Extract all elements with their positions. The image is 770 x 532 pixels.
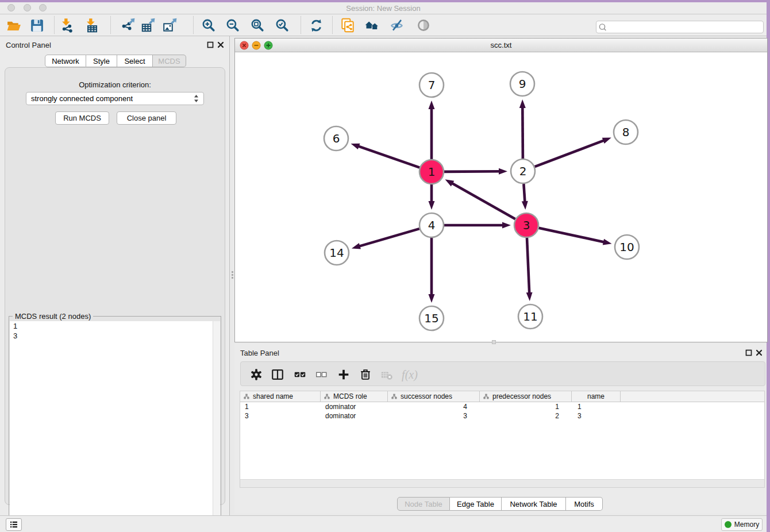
column-type-icon — [324, 394, 330, 399]
close-panel-button[interactable]: Close panel — [117, 111, 176, 125]
delete-columns-button[interactable] — [356, 365, 375, 384]
show-column-button[interactable] — [268, 365, 287, 384]
trash-icon — [359, 368, 372, 381]
column-header-shared-name[interactable]: shared name — [240, 391, 321, 402]
select-all-columns-button[interactable] — [290, 365, 310, 384]
zoom-in-button[interactable] — [199, 16, 218, 35]
table-cell[interactable]: 1 — [572, 402, 621, 411]
tab-node-table[interactable]: Node Table — [397, 497, 450, 511]
edge-arrowhead-1-6 — [351, 144, 360, 149]
graph-node-label-7: 7 — [428, 78, 436, 92]
zoom-out-icon — [225, 18, 241, 33]
import-table-button[interactable] — [82, 16, 102, 35]
tab-edge-table[interactable]: Edge Table — [450, 497, 502, 511]
column-header-predecessor-nodes[interactable]: predecessor nodes — [480, 391, 572, 402]
toolbar-separator — [54, 16, 55, 34]
edge-2-9[interactable] — [522, 106, 523, 159]
first-neighbors-button[interactable] — [362, 16, 382, 35]
export-image-button[interactable] — [160, 16, 180, 35]
graph-node-label-3: 3 — [523, 218, 530, 232]
graph-node-label-14: 14 — [329, 246, 344, 260]
table-cell[interactable]: 4 — [388, 402, 480, 411]
table-horizontal-scrollbar[interactable] — [240, 479, 764, 487]
column-header-MCDS-role[interactable]: MCDS role — [321, 391, 388, 402]
network-resize-handle[interactable] — [492, 340, 496, 344]
table-cell[interactable]: dominator — [321, 411, 388, 421]
table-panel-header: Table Panel — [234, 344, 767, 361]
create-column-button[interactable] — [334, 365, 353, 384]
import-network-icon — [59, 17, 75, 33]
float-table-panel-icon[interactable] — [745, 349, 753, 357]
close-panel-icon[interactable] — [217, 41, 225, 49]
unselect-all-columns-button[interactable] — [311, 365, 331, 384]
cytoscape-window: Session: New Session — [0, 2, 767, 532]
network-canvas[interactable]: 7968124314101511 — [236, 53, 767, 342]
export-network-button[interactable] — [118, 16, 138, 35]
delete-table-button[interactable] — [377, 365, 396, 384]
edge-arrowhead-3-11 — [526, 292, 533, 301]
optimization-criterion-select[interactable]: strongly connected component — [26, 92, 204, 105]
edge-3-1[interactable] — [451, 183, 515, 219]
tab-select[interactable]: Select — [117, 55, 153, 67]
edge-1-6[interactable] — [357, 146, 419, 168]
edge-4-14[interactable] — [358, 229, 419, 246]
table-row[interactable]: 3dominator323 — [240, 411, 764, 421]
zoom-selected-button[interactable] — [272, 16, 292, 35]
run-mcds-button[interactable]: Run MCDS — [55, 111, 109, 125]
optimization-criterion-label: Optimization criterion: — [5, 80, 225, 89]
table-cell[interactable]: 1 — [480, 402, 572, 411]
table-cell[interactable]: 3 — [240, 411, 321, 421]
save-floppy-icon — [29, 18, 45, 33]
panel-splitter-handle[interactable] — [230, 269, 234, 280]
unchecked-boxes-icon — [314, 368, 328, 381]
function-builder-button[interactable]: f(x) — [400, 365, 419, 384]
float-panel-icon[interactable] — [206, 41, 214, 49]
search-input[interactable] — [609, 22, 763, 32]
export-table-button[interactable] — [138, 16, 158, 35]
edge-2-8[interactable] — [535, 140, 605, 167]
column-header-name[interactable]: name — [572, 391, 621, 402]
table-cell[interactable]: 3 — [388, 411, 480, 421]
edge-3-11[interactable] — [527, 238, 529, 294]
import-network-button[interactable] — [57, 16, 77, 35]
tab-style[interactable]: Style — [86, 55, 117, 67]
tab-network-table[interactable]: Network Table — [502, 497, 566, 511]
edge-arrowhead-2-3 — [522, 201, 528, 210]
save-session-button[interactable] — [27, 16, 47, 35]
gear-icon — [249, 368, 263, 381]
column-header-successor-nodes[interactable]: successor nodes — [388, 391, 480, 402]
table-cell[interactable]: dominator — [321, 402, 388, 411]
selected-criterion: strongly connected component — [31, 94, 194, 103]
mcds-result-scrollbar[interactable] — [213, 321, 220, 532]
zoom-out-button[interactable] — [223, 16, 242, 35]
refresh-view-button[interactable] — [306, 16, 326, 35]
network-window-titlebar[interactable]: scc.txt — [235, 38, 767, 52]
mcds-result-textarea[interactable]: 13 — [10, 321, 220, 532]
close-table-panel-icon[interactable] — [755, 349, 763, 357]
table-cell[interactable]: 3 — [572, 411, 621, 421]
edge-1-2[interactable] — [444, 171, 500, 172]
edge-2-3[interactable] — [523, 184, 525, 203]
plus-icon — [337, 368, 351, 381]
zoom-fit-icon — [250, 18, 265, 33]
search-field[interactable] — [596, 21, 764, 33]
clone-network-button[interactable] — [338, 16, 357, 35]
edge-arrowhead-1-4 — [429, 201, 435, 210]
table-row[interactable]: 1dominator411 — [240, 402, 764, 411]
show-all-button[interactable] — [414, 16, 433, 35]
zoom-fit-button[interactable] — [248, 16, 267, 35]
open-session-button[interactable] — [4, 16, 24, 35]
network-graph[interactable]: 7968124314101511 — [236, 53, 767, 342]
table-cell[interactable]: 1 — [240, 402, 321, 411]
gray-eye-icon — [415, 17, 432, 33]
hide-selected-button[interactable] — [387, 16, 407, 35]
tab-network[interactable]: Network — [45, 55, 86, 67]
tab-motifs[interactable]: Motifs — [566, 497, 603, 511]
memory-button[interactable]: Memory — [721, 518, 763, 531]
table-toolbar: f(x) — [240, 361, 765, 386]
edge-3-10[interactable] — [539, 228, 605, 242]
task-history-button[interactable] — [6, 518, 22, 531]
table-cell[interactable]: 2 — [480, 411, 572, 421]
table-options-button[interactable] — [247, 365, 266, 384]
tab-mcds[interactable]: MCDS — [153, 55, 186, 67]
